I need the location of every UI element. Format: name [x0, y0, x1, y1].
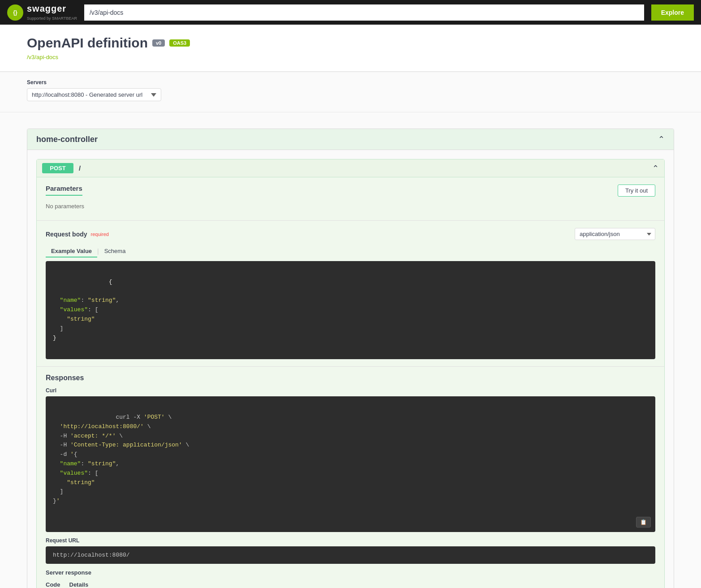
responses-title: Responses [46, 374, 655, 382]
title-row: OpenAPI definition v0 OAS3 [27, 35, 674, 51]
request-body-label: Request body [46, 231, 87, 238]
top-header: {} swagger Supported by SMARTBEAR Explor… [0, 0, 701, 25]
server-select[interactable]: http://localhost:8080 - Generated server… [27, 88, 161, 101]
endpoint-wrapper: POST / ⌃ Parameters [27, 150, 674, 588]
explore-button[interactable]: Explore [651, 4, 694, 21]
tab-example-value[interactable]: Example Value [46, 245, 97, 258]
swagger-logo-icon: {} [7, 4, 23, 21]
request-body-section: Request body required application/json E… [37, 221, 664, 367]
server-response-section: Server response Code Details 200 Respons… [46, 569, 655, 588]
controller-title: home-controller [36, 135, 98, 144]
responses-section: Responses Curl curl -X 'POST' \ 'http://… [37, 367, 664, 588]
code-column-header: Code [46, 581, 60, 588]
api-url-link[interactable]: /v3/api-docs [27, 54, 58, 60]
page-title: OpenAPI definition [27, 35, 148, 51]
endpoint-left: POST / [42, 163, 81, 173]
swagger-svg-icon: {} [10, 8, 20, 17]
no-parameters-text: No parameters [46, 199, 655, 213]
code-value-string: "string" [67, 316, 95, 322]
parameters-header-row: Parameters Try it out [46, 185, 655, 199]
request-url-subsection: Request URL http://localhost:8080/ [46, 537, 655, 564]
swagger-logo-text-block: swagger Supported by SMARTBEAR [27, 4, 77, 21]
parameters-title-block: Parameters [46, 185, 82, 199]
example-tabs: Example Value | Schema [46, 245, 655, 258]
try-it-out-button[interactable]: Try it out [618, 185, 655, 197]
swagger-tagline: Supported by SMARTBEAR [27, 16, 77, 21]
swagger-wordmark: swagger [27, 4, 77, 14]
collapse-icon[interactable]: ⌃ [652, 163, 659, 173]
content-type-select[interactable]: application/json [575, 228, 655, 240]
curl-code-text: curl -X 'POST' \ 'http://localhost:8080/… [53, 414, 189, 504]
request-url-block: http://localhost:8080/ [46, 546, 655, 564]
curl-label: Curl [46, 387, 655, 394]
code-bracket-open: { [109, 279, 112, 285]
endpoint-container: POST / ⌃ Parameters [36, 159, 665, 588]
method-badge-post: POST [42, 163, 73, 173]
parameters-title: Parameters [46, 185, 82, 196]
servers-label: Servers [27, 79, 674, 86]
required-label: required [91, 232, 109, 237]
response-table-header: Code Details [46, 579, 655, 588]
endpoint-header[interactable]: POST / ⌃ [37, 159, 664, 177]
example-code-block: { "name": "string", "values": [ "string"… [46, 261, 655, 359]
code-value-name: "string" [88, 297, 116, 304]
parameters-section: Parameters Try it out No parameters [37, 177, 664, 221]
curl-code-block: curl -X 'POST' \ 'http://localhost:8080/… [46, 396, 655, 532]
tab-schema[interactable]: Schema [99, 245, 131, 258]
controller-section: home-controller ⌃ POST / ⌃ [27, 129, 674, 588]
request-body-header: Request body required application/json [46, 228, 655, 240]
request-url-label: Request URL [46, 537, 655, 544]
server-response-title: Server response [46, 569, 655, 576]
oas3-badge: OAS3 [169, 39, 190, 47]
curl-copy-button[interactable]: 📋 [636, 517, 651, 528]
code-key-name: "name" [60, 297, 81, 304]
endpoint-body: Parameters Try it out No parameters Requ… [37, 177, 664, 588]
version-badge: v0 [152, 39, 165, 47]
request-body-title: Request body required [46, 231, 109, 238]
servers-section: Servers http://localhost:8080 - Generate… [0, 72, 701, 112]
code-key-values: "values" [60, 306, 88, 313]
controllers-wrapper: home-controller ⌃ POST / ⌃ [0, 112, 701, 588]
app-container: {} swagger Supported by SMARTBEAR Explor… [0, 0, 701, 588]
endpoint-path: / [79, 164, 81, 172]
chevron-up-icon: ⌃ [658, 134, 665, 144]
swagger-logo: {} swagger Supported by SMARTBEAR [7, 4, 77, 21]
controller-header[interactable]: home-controller ⌃ [27, 129, 674, 150]
details-column-header: Details [69, 581, 89, 588]
curl-subsection: Curl curl -X 'POST' \ 'http://localhost:… [46, 387, 655, 532]
title-section: OpenAPI definition v0 OAS3 /v3/api-docs [0, 25, 701, 72]
code-bracket-close: } [53, 335, 56, 341]
svg-text:{}: {} [13, 9, 17, 15]
api-url-input[interactable] [84, 4, 644, 21]
